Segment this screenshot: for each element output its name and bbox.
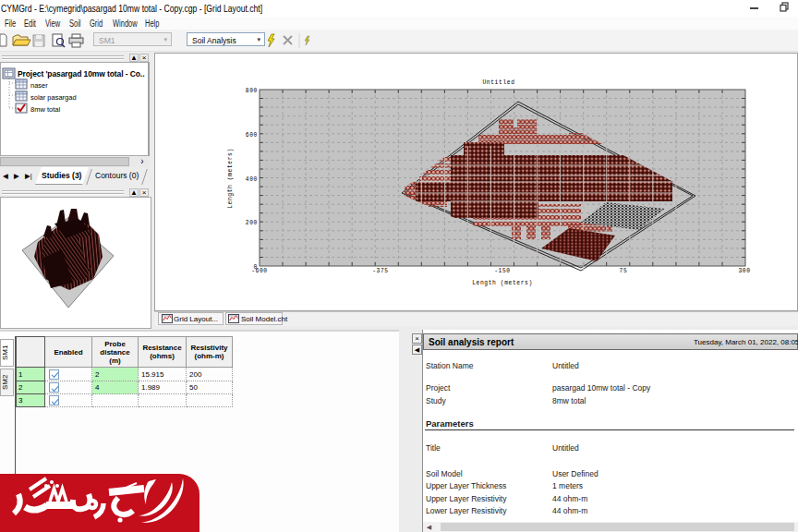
svg-text:300: 300 <box>738 268 750 274</box>
svg-text:600: 600 <box>246 132 258 139</box>
svg-text:75: 75 <box>620 268 628 274</box>
svg-text:200: 200 <box>246 220 258 226</box>
svg-text:Length (meters): Length (meters) <box>227 148 234 209</box>
svg-text:-375: -375 <box>372 268 389 274</box>
svg-text:Untitled: Untitled <box>482 79 514 86</box>
svg-text:800: 800 <box>246 88 258 94</box>
svg-text:400: 400 <box>246 176 258 183</box>
svg-text:Length (meters): Length (meters) <box>472 280 533 286</box>
svg-text:-150: -150 <box>494 268 511 274</box>
svg-text:-600: -600 <box>251 268 268 274</box>
